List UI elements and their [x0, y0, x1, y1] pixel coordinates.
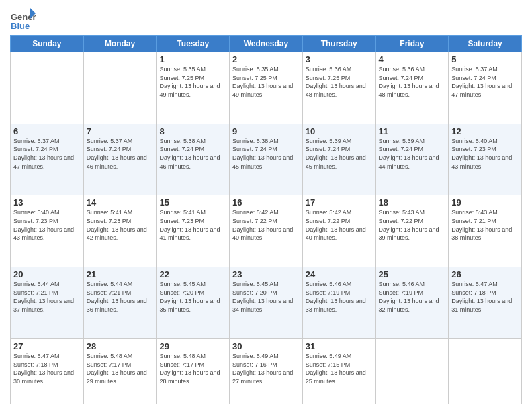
calendar-cell: 7Sunrise: 5:37 AMSunset: 7:24 PMDaylight… — [83, 124, 157, 195]
day-info: Sunrise: 5:37 AMSunset: 7:24 PMDaylight:… — [451, 65, 519, 99]
calendar-cell — [449, 338, 522, 404]
day-number: 20 — [13, 269, 81, 279]
calendar-cell: 1Sunrise: 5:35 AMSunset: 7:25 PMDaylight… — [157, 52, 230, 124]
day-number: 23 — [232, 269, 300, 279]
day-info: Sunrise: 5:42 AMSunset: 7:22 PMDaylight:… — [232, 208, 300, 242]
calendar-cell — [375, 338, 449, 404]
calendar-cell: 21Sunrise: 5:44 AMSunset: 7:21 PMDayligh… — [83, 267, 157, 339]
calendar-cell: 8Sunrise: 5:38 AMSunset: 7:24 PMDaylight… — [157, 124, 230, 195]
day-header: Saturday — [449, 36, 522, 52]
header: General Blue — [10, 7, 522, 32]
day-number: 9 — [232, 126, 300, 136]
day-info: Sunrise: 5:41 AMSunset: 7:23 PMDaylight:… — [159, 208, 226, 242]
day-header: Wednesday — [230, 36, 303, 52]
day-number: 15 — [159, 197, 226, 208]
day-info: Sunrise: 5:45 AMSunset: 7:20 PMDaylight:… — [232, 280, 300, 314]
day-header: Monday — [83, 36, 157, 52]
day-info: Sunrise: 5:37 AMSunset: 7:24 PMDaylight:… — [87, 137, 154, 171]
day-number: 6 — [13, 126, 81, 136]
calendar-cell: 16Sunrise: 5:42 AMSunset: 7:22 PMDayligh… — [230, 195, 303, 267]
calendar-cell: 19Sunrise: 5:43 AMSunset: 7:21 PMDayligh… — [449, 195, 522, 267]
day-number: 26 — [451, 269, 519, 279]
day-info: Sunrise: 5:42 AMSunset: 7:22 PMDaylight:… — [306, 208, 373, 242]
calendar-cell: 9Sunrise: 5:38 AMSunset: 7:24 PMDaylight… — [230, 124, 303, 195]
day-number: 1 — [159, 54, 226, 64]
day-number: 22 — [159, 269, 226, 279]
day-header: Tuesday — [157, 36, 230, 52]
calendar-cell: 27Sunrise: 5:47 AMSunset: 7:18 PMDayligh… — [11, 338, 84, 404]
day-info: Sunrise: 5:39 AMSunset: 7:24 PMDaylight:… — [306, 137, 373, 171]
calendar-cell: 25Sunrise: 5:46 AMSunset: 7:19 PMDayligh… — [375, 267, 449, 339]
day-number: 16 — [232, 197, 300, 208]
day-header: Thursday — [302, 36, 375, 52]
day-number: 24 — [306, 269, 373, 279]
day-info: Sunrise: 5:46 AMSunset: 7:19 PMDaylight:… — [306, 280, 373, 314]
page: General Blue SundayMondayTuesdayWednesda… — [0, 0, 532, 411]
day-number: 8 — [159, 126, 226, 136]
day-number: 27 — [13, 341, 81, 351]
day-info: Sunrise: 5:47 AMSunset: 7:18 PMDaylight:… — [13, 352, 81, 385]
day-info: Sunrise: 5:45 AMSunset: 7:20 PMDaylight:… — [159, 280, 226, 314]
calendar-cell: 5Sunrise: 5:37 AMSunset: 7:24 PMDaylight… — [449, 52, 522, 124]
calendar-cell: 30Sunrise: 5:49 AMSunset: 7:16 PMDayligh… — [230, 338, 303, 404]
day-info: Sunrise: 5:38 AMSunset: 7:24 PMDaylight:… — [232, 137, 300, 171]
calendar-cell — [83, 52, 157, 124]
day-number: 14 — [87, 197, 154, 208]
day-info: Sunrise: 5:41 AMSunset: 7:23 PMDaylight:… — [87, 208, 154, 242]
day-number: 19 — [451, 197, 519, 208]
calendar-cell: 11Sunrise: 5:39 AMSunset: 7:24 PMDayligh… — [375, 124, 449, 195]
day-info: Sunrise: 5:40 AMSunset: 7:23 PMDaylight:… — [13, 208, 81, 242]
calendar-cell: 29Sunrise: 5:48 AMSunset: 7:17 PMDayligh… — [157, 338, 230, 404]
day-info: Sunrise: 5:40 AMSunset: 7:23 PMDaylight:… — [451, 137, 519, 171]
day-info: Sunrise: 5:44 AMSunset: 7:21 PMDaylight:… — [13, 280, 81, 314]
calendar-week-row: 27Sunrise: 5:47 AMSunset: 7:18 PMDayligh… — [11, 338, 522, 404]
svg-text:Blue: Blue — [11, 21, 30, 31]
day-number: 28 — [87, 341, 154, 351]
day-number: 17 — [306, 197, 373, 208]
calendar-week-row: 1Sunrise: 5:35 AMSunset: 7:25 PMDaylight… — [11, 52, 522, 124]
day-number: 11 — [379, 126, 446, 136]
day-info: Sunrise: 5:48 AMSunset: 7:17 PMDaylight:… — [159, 352, 226, 385]
calendar-cell: 17Sunrise: 5:42 AMSunset: 7:22 PMDayligh… — [302, 195, 375, 267]
day-number: 7 — [87, 126, 154, 136]
day-number: 2 — [232, 54, 300, 64]
day-info: Sunrise: 5:44 AMSunset: 7:21 PMDaylight:… — [87, 280, 154, 314]
day-number: 29 — [159, 341, 226, 351]
day-number: 18 — [379, 197, 446, 208]
day-info: Sunrise: 5:35 AMSunset: 7:25 PMDaylight:… — [232, 65, 300, 99]
day-info: Sunrise: 5:48 AMSunset: 7:17 PMDaylight:… — [87, 352, 154, 385]
logo-icon: General Blue — [10, 7, 36, 32]
calendar-cell: 22Sunrise: 5:45 AMSunset: 7:20 PMDayligh… — [157, 267, 230, 339]
day-info: Sunrise: 5:37 AMSunset: 7:24 PMDaylight:… — [13, 137, 81, 171]
day-info: Sunrise: 5:49 AMSunset: 7:16 PMDaylight:… — [232, 352, 300, 385]
day-header: Friday — [375, 36, 449, 52]
day-number: 13 — [13, 197, 81, 208]
calendar-cell: 3Sunrise: 5:36 AMSunset: 7:25 PMDaylight… — [302, 52, 375, 124]
calendar-cell: 23Sunrise: 5:45 AMSunset: 7:20 PMDayligh… — [230, 267, 303, 339]
day-info: Sunrise: 5:38 AMSunset: 7:24 PMDaylight:… — [159, 137, 226, 171]
day-info: Sunrise: 5:43 AMSunset: 7:21 PMDaylight:… — [451, 208, 519, 242]
day-number: 12 — [451, 126, 519, 136]
calendar-cell: 6Sunrise: 5:37 AMSunset: 7:24 PMDaylight… — [11, 124, 84, 195]
day-number: 5 — [451, 54, 519, 64]
calendar-cell: 24Sunrise: 5:46 AMSunset: 7:19 PMDayligh… — [302, 267, 375, 339]
calendar-cell: 13Sunrise: 5:40 AMSunset: 7:23 PMDayligh… — [11, 195, 84, 267]
calendar-cell: 12Sunrise: 5:40 AMSunset: 7:23 PMDayligh… — [449, 124, 522, 195]
calendar-cell: 10Sunrise: 5:39 AMSunset: 7:24 PMDayligh… — [302, 124, 375, 195]
calendar-cell: 4Sunrise: 5:36 AMSunset: 7:24 PMDaylight… — [375, 52, 449, 124]
calendar-cell: 14Sunrise: 5:41 AMSunset: 7:23 PMDayligh… — [83, 195, 157, 267]
day-header: Sunday — [11, 36, 84, 52]
calendar-cell: 2Sunrise: 5:35 AMSunset: 7:25 PMDaylight… — [230, 52, 303, 124]
day-info: Sunrise: 5:39 AMSunset: 7:24 PMDaylight:… — [379, 137, 446, 171]
day-number: 4 — [379, 54, 446, 64]
calendar-cell — [11, 52, 84, 124]
calendar-header-row: SundayMondayTuesdayWednesdayThursdayFrid… — [11, 36, 522, 52]
calendar-cell: 15Sunrise: 5:41 AMSunset: 7:23 PMDayligh… — [157, 195, 230, 267]
calendar-cell: 20Sunrise: 5:44 AMSunset: 7:21 PMDayligh… — [11, 267, 84, 339]
calendar-cell: 28Sunrise: 5:48 AMSunset: 7:17 PMDayligh… — [83, 338, 157, 404]
day-info: Sunrise: 5:47 AMSunset: 7:18 PMDaylight:… — [451, 280, 519, 314]
day-info: Sunrise: 5:49 AMSunset: 7:15 PMDaylight:… — [306, 352, 373, 385]
calendar-cell: 18Sunrise: 5:43 AMSunset: 7:22 PMDayligh… — [375, 195, 449, 267]
day-number: 10 — [306, 126, 373, 136]
calendar-table: SundayMondayTuesdayWednesdayThursdayFrid… — [10, 35, 522, 404]
